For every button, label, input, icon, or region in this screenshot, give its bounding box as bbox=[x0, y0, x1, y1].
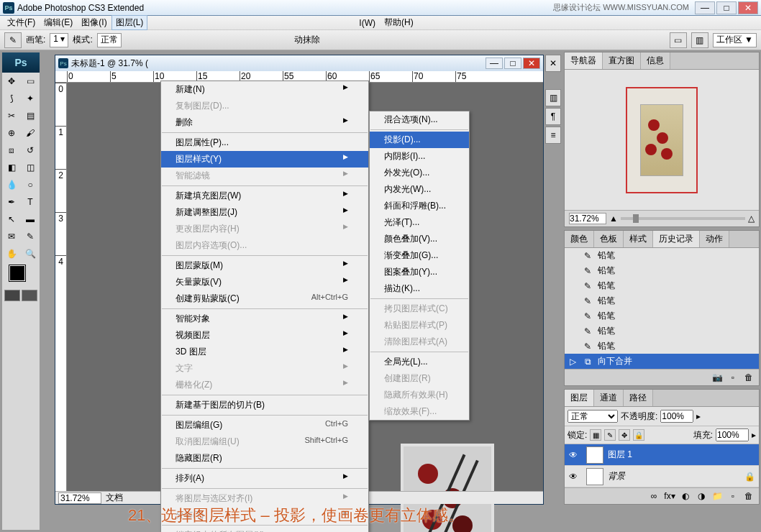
history-trash-button[interactable]: 🗑 bbox=[742, 371, 756, 384]
tab-paths[interactable]: 路径 bbox=[624, 390, 653, 406]
move-tool[interactable]: ✥ bbox=[2, 73, 21, 90]
hand-tool[interactable]: ✋ bbox=[2, 245, 21, 262]
menu-delete[interactable]: 删除 bbox=[161, 114, 368, 131]
zoom-out-icon[interactable]: ▲ bbox=[609, 214, 618, 224]
lock-paint-icon[interactable]: ✎ bbox=[604, 429, 616, 441]
style-gradient-overlay[interactable]: 渐变叠加(G)... bbox=[370, 247, 469, 264]
layer-name[interactable]: 图层 1 bbox=[608, 449, 744, 461]
strip-icon-4[interactable]: ≡ bbox=[545, 127, 561, 144]
layer-thumbnail[interactable] bbox=[586, 468, 603, 485]
style-inner-glow[interactable]: 内发光(W)... bbox=[370, 181, 469, 198]
adjustment-layer-icon[interactable]: ◑ bbox=[694, 490, 708, 503]
menu-smart-object[interactable]: 智能对象 bbox=[161, 311, 368, 327]
nav-zoom-slider[interactable] bbox=[621, 217, 745, 220]
menu-window-partial[interactable]: I(W) bbox=[355, 17, 380, 29]
menu-group[interactable]: 图层编组(G)Ctrl+G bbox=[161, 417, 368, 434]
layer-row[interactable]: 👁图层 1 bbox=[565, 444, 759, 466]
zoom-in-icon[interactable]: △ bbox=[748, 214, 755, 224]
history-snapshot-button[interactable]: 📷 bbox=[710, 371, 724, 384]
nav-zoom-input[interactable] bbox=[569, 213, 606, 224]
menu-vector-mask[interactable]: 矢量蒙版(V) bbox=[161, 274, 368, 290]
brush-size-dropdown[interactable]: 1 ▾ bbox=[50, 33, 68, 47]
tab-channels[interactable]: 通道 bbox=[594, 390, 624, 406]
new-layer-icon[interactable]: ▫ bbox=[726, 490, 740, 503]
tab-layers[interactable]: 图层 bbox=[565, 390, 594, 406]
type-tool[interactable]: T bbox=[21, 193, 40, 211]
style-color-overlay[interactable]: 颜色叠加(V)... bbox=[370, 231, 469, 247]
path-tool[interactable]: ↖ bbox=[2, 211, 21, 228]
tab-histogram[interactable]: 直方图 bbox=[603, 52, 641, 69]
palette-btn-2[interactable]: ▥ bbox=[691, 32, 708, 48]
menu-clip-mask[interactable]: 创建剪贴蒙版(C)Alt+Ctrl+G bbox=[161, 290, 368, 307]
history-row[interactable]: ✎铅笔 bbox=[565, 248, 759, 263]
fill-input[interactable] bbox=[716, 428, 749, 441]
menu-edit[interactable]: 编辑(E) bbox=[40, 15, 77, 30]
style-pattern-overlay[interactable]: 图案叠加(Y)... bbox=[370, 264, 469, 280]
menu-rasterize[interactable]: 栅格化(Z) bbox=[161, 377, 368, 393]
zoom-tool[interactable]: 🔍 bbox=[21, 245, 40, 262]
blend-mode-select[interactable]: 正常 bbox=[568, 410, 618, 423]
strip-icon-1[interactable]: ✕ bbox=[545, 55, 561, 72]
history-brush-tool[interactable]: ↺ bbox=[21, 142, 40, 159]
doc-maximize-button[interactable]: □ bbox=[504, 58, 521, 69]
menu-layer-props[interactable]: 图层属性(P)... bbox=[161, 134, 368, 151]
tab-navigator[interactable]: 导航器 bbox=[565, 52, 603, 69]
tab-actions[interactable]: 动作 bbox=[700, 231, 729, 247]
menu-arrange[interactable]: 排列(A) bbox=[161, 470, 368, 487]
menu-image[interactable]: 图像(I) bbox=[77, 15, 111, 30]
history-row[interactable]: ✎铅笔 bbox=[565, 278, 759, 293]
menu-copy-layer[interactable]: 复制图层(D)... bbox=[161, 98, 368, 114]
layer-mask-icon[interactable]: ◐ bbox=[678, 490, 693, 503]
current-tool-icon[interactable]: ✎ bbox=[4, 32, 22, 48]
heal-tool[interactable]: ⊕ bbox=[2, 124, 21, 142]
color-swatches[interactable] bbox=[9, 265, 32, 288]
lasso-tool[interactable]: ⟆ bbox=[2, 90, 21, 107]
lock-all-icon[interactable]: 🔒 bbox=[633, 429, 644, 441]
lock-transparent-icon[interactable]: ▦ bbox=[590, 429, 601, 441]
menu-3d-layer[interactable]: 3D 图层 bbox=[161, 344, 368, 360]
menu-layer-style[interactable]: 图层样式(Y) bbox=[161, 151, 368, 168]
history-row[interactable]: ✎铅笔 bbox=[565, 339, 759, 354]
brush-tool[interactable]: 🖌 bbox=[21, 124, 40, 142]
doc-minimize-button[interactable]: — bbox=[486, 58, 503, 69]
tab-info[interactable]: 信息 bbox=[641, 52, 670, 69]
style-global-light[interactable]: 全局光(L)... bbox=[370, 354, 469, 370]
menu-layer[interactable]: 图层(L) bbox=[111, 15, 148, 30]
style-clear[interactable]: 清除图层样式(A) bbox=[370, 334, 469, 350]
fg-color-swatch[interactable] bbox=[9, 265, 25, 281]
eraser-tool[interactable]: ◧ bbox=[2, 159, 21, 176]
blur-tool[interactable]: 💧 bbox=[2, 176, 21, 193]
menu-new-fill[interactable]: 新建填充图层(W) bbox=[161, 188, 368, 204]
layer-row[interactable]: 👁背景🔒 bbox=[565, 466, 759, 487]
maximize-button[interactable]: □ bbox=[716, 1, 737, 14]
wand-tool[interactable]: ✦ bbox=[21, 90, 40, 107]
notes-tool[interactable]: ✉ bbox=[2, 228, 21, 245]
menu-content-opts[interactable]: 图层内容选项(O)... bbox=[161, 237, 368, 254]
menu-hide-layer[interactable]: 隐藏图层(R) bbox=[161, 450, 368, 467]
palette-btn-1[interactable]: ▭ bbox=[670, 32, 687, 48]
doc-titlebar[interactable]: Ps 未标题-1 @ 31.7% ( — □ ✕ bbox=[55, 55, 543, 71]
shape-tool[interactable]: ▬ bbox=[21, 211, 40, 228]
gradient-tool[interactable]: ◫ bbox=[21, 159, 40, 176]
menu-new-adj[interactable]: 新建调整图层(J) bbox=[161, 204, 368, 221]
blend-mode-dropdown[interactable]: 正常 bbox=[97, 33, 122, 47]
marquee-tool[interactable]: ▭ bbox=[21, 73, 40, 90]
visibility-icon[interactable]: 👁 bbox=[565, 450, 582, 460]
style-hide-effects[interactable]: 隐藏所有效果(H) bbox=[370, 387, 469, 403]
style-bevel[interactable]: 斜面和浮雕(B)... bbox=[370, 198, 469, 214]
lock-move-icon[interactable]: ✥ bbox=[619, 429, 630, 441]
layer-name[interactable]: 背景 bbox=[608, 470, 744, 482]
dodge-tool[interactable]: ○ bbox=[21, 176, 40, 193]
menu-smart-filter[interactable]: 智能滤镜 bbox=[161, 168, 368, 184]
menu-change-content[interactable]: 更改图层内容(H) bbox=[161, 221, 368, 237]
style-create-layers[interactable]: 创建图层(R) bbox=[370, 370, 469, 387]
menu-type[interactable]: 文字 bbox=[161, 360, 368, 377]
style-paste[interactable]: 粘贴图层样式(P) bbox=[370, 317, 469, 334]
tab-color[interactable]: 颜色 bbox=[565, 231, 594, 247]
tab-swatches[interactable]: 色板 bbox=[594, 231, 624, 247]
style-stroke[interactable]: 描边(K)... bbox=[370, 280, 469, 297]
menu-ungroup[interactable]: 取消图层编组(U)Shift+Ctrl+G bbox=[161, 434, 368, 450]
delete-layer-icon[interactable]: 🗑 bbox=[742, 490, 756, 503]
link-layers-icon[interactable]: ∞ bbox=[647, 490, 661, 503]
menu-lock-all[interactable]: 锁定组内的所有图层(X)... bbox=[161, 527, 368, 532]
